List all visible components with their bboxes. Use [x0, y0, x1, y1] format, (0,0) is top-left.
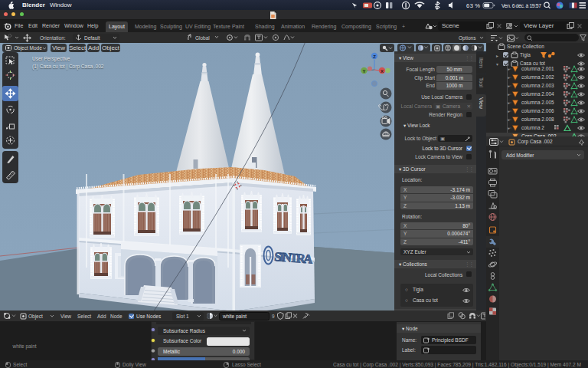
svg-text:SINTRA: SINTRA — [274, 249, 313, 266]
svg-text:Global: Global — [195, 35, 210, 41]
svg-text:Y: Y — [362, 69, 365, 74]
svg-text:Ven. 6 déc. à 19:57: Ven. 6 déc. à 19:57 — [501, 3, 541, 8]
svg-text:Z: Z — [373, 54, 376, 59]
svg-text:63 %: 63 % — [466, 2, 480, 9]
svg-text:X: X — [381, 69, 384, 74]
